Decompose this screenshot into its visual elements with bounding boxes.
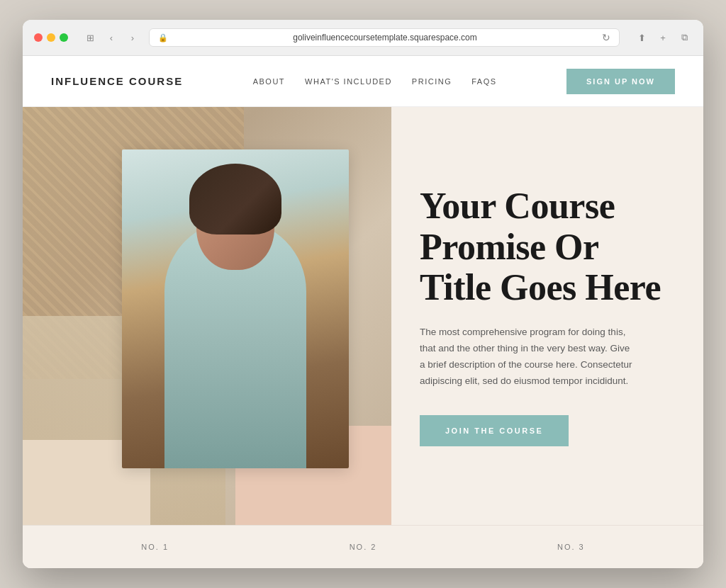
browser-actions: ⬆ + ⧉ [634, 30, 692, 45]
sidebar-toggle[interactable]: ⊞ [82, 30, 98, 45]
portrait-hair [189, 164, 281, 234]
nav-whats-included[interactable]: WHAT'S INCLUDED [305, 77, 392, 86]
join-course-button[interactable]: JOIN THE COURSE [420, 415, 569, 446]
nav-about[interactable]: ABOUT [253, 77, 285, 86]
browser-chrome: ⊞ ‹ › 🔒 goliveinfluencecoursetemplate.sq… [23, 20, 703, 56]
portrait-inner [122, 149, 349, 468]
nav-links: ABOUT WHAT'S INCLUDED PRICING FAQS [253, 77, 497, 86]
tabs-button[interactable]: ⧉ [676, 30, 692, 45]
portrait-photo [122, 149, 349, 468]
address-bar[interactable]: 🔒 goliveinfluencecoursetemplate.squaresp… [149, 28, 620, 47]
lock-icon: 🔒 [158, 33, 168, 43]
new-tab-button[interactable]: + [655, 30, 671, 45]
reload-icon[interactable]: ↻ [602, 32, 610, 43]
share-button[interactable]: ⬆ [634, 30, 649, 45]
back-button[interactable]: ‹ [104, 30, 119, 45]
footer-num-2: NO. 2 [259, 543, 467, 551]
footer-num-1: NO. 1 [51, 543, 259, 551]
nav-faqs[interactable]: FAQS [471, 77, 496, 86]
hero-content: Your Course Promise Or Title Goes Here T… [391, 107, 703, 525]
footer-numbers: NO. 1 NO. 2 NO. 3 [23, 525, 703, 568]
website-content: INFLUENCE COURSE ABOUT WHAT'S INCLUDED P… [23, 56, 703, 568]
fullscreen-button[interactable] [60, 33, 68, 42]
traffic-lights [34, 33, 68, 42]
forward-button[interactable]: › [125, 30, 140, 45]
hero-title: Your Course Promise Or Title Goes Here [420, 186, 668, 307]
close-button[interactable] [34, 33, 43, 42]
hero-description: The most comprehensive program for doing… [420, 324, 632, 390]
navigation: INFLUENCE COURSE ABOUT WHAT'S INCLUDED P… [23, 56, 703, 107]
hero-section: Your Course Promise Or Title Goes Here T… [23, 107, 703, 525]
footer-num-3: NO. 3 [467, 543, 675, 551]
browser-controls: ⊞ ‹ › [82, 30, 140, 45]
site-logo[interactable]: INFLUENCE COURSE [51, 75, 183, 87]
url-text: goliveinfluencecoursetemplate.squarespac… [172, 33, 598, 43]
signup-button[interactable]: SIGN UP NOW [566, 69, 675, 94]
hero-images [23, 107, 391, 525]
nav-pricing[interactable]: PRICING [412, 77, 452, 86]
minimize-button[interactable] [47, 33, 55, 42]
browser-window: ⊞ ‹ › 🔒 goliveinfluencecoursetemplate.sq… [23, 20, 703, 568]
